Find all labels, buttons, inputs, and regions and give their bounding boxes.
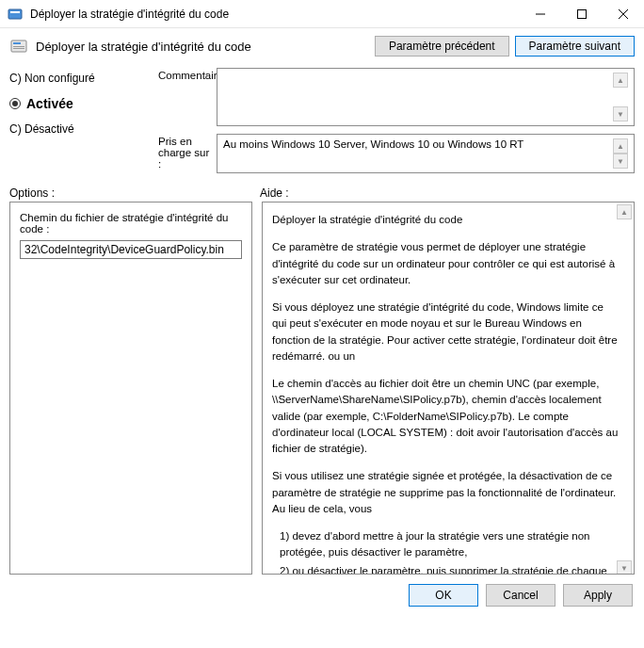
help-title: Déployer la stratégie d'intégrité du cod… — [272, 212, 619, 228]
next-setting-button[interactable]: Paramètre suivant — [515, 36, 635, 57]
scroll-up-icon[interactable]: ▲ — [613, 73, 628, 88]
svg-rect-9 — [13, 48, 24, 49]
help-p1: Ce paramètre de stratégie vous permet de… — [272, 239, 619, 288]
svg-rect-0 — [8, 9, 22, 19]
options-pane: Chemin du fichier de stratégie d'intégri… — [9, 202, 252, 575]
scroll-down-icon[interactable]: ▼ — [613, 106, 628, 122]
scroll-down-icon[interactable]: ▼ — [617, 560, 632, 575]
policy-icon — [9, 37, 28, 56]
help-text: Déployer la stratégie d'intégrité du cod… — [272, 212, 624, 564]
radio-disabled[interactable]: C) Désactivé — [9, 122, 141, 136]
minimize-button[interactable] — [520, 0, 561, 28]
radio-disabled-label: C) Désactivé — [9, 122, 74, 136]
supported-value: Au moins Windows 10 Server, Windows 10 o… — [223, 138, 613, 169]
header-title: Déployer la stratégie d'intégrité du cod… — [36, 40, 375, 54]
scroll-up-icon[interactable]: ▲ — [617, 204, 632, 219]
comment-value — [223, 73, 613, 122]
radio-not-configured[interactable]: C) Non configuré — [9, 72, 141, 85]
radio-icon — [9, 98, 21, 109]
help-p6: 2) ou désactiver le paramètre, puis supp… — [272, 563, 619, 575]
radio-enabled[interactable]: Activée — [9, 96, 141, 111]
filepath-input[interactable] — [20, 240, 242, 259]
svg-rect-7 — [13, 42, 21, 44]
comment-textbox[interactable]: ▲ ▼ — [217, 68, 635, 126]
svg-rect-1 — [10, 11, 20, 13]
help-p2: Si vous déployez une stratégie d'intégri… — [272, 300, 619, 364]
radio-enabled-label: Activée — [26, 96, 73, 111]
help-section-label: Aide : — [260, 186, 635, 200]
state-radiogroup: C) Non configuré Activée C) Désactivé — [0, 64, 141, 177]
cancel-button[interactable]: Cancel — [486, 584, 555, 607]
svg-rect-8 — [13, 46, 24, 47]
supported-label: Pris en charge sur : — [151, 134, 213, 170]
scroll-down-icon[interactable]: ▼ — [613, 154, 628, 169]
prev-setting-button[interactable]: Paramètre précédent — [375, 36, 509, 57]
comment-label: Commentaire: — [151, 68, 213, 81]
header: Déployer la stratégie d'intégrité du cod… — [0, 28, 644, 64]
help-p3: Le chemin d'accès au fichier doit être u… — [272, 376, 619, 457]
svg-rect-3 — [578, 9, 587, 18]
filepath-label: Chemin du fichier de stratégie d'intégri… — [20, 212, 242, 235]
app-icon — [8, 7, 23, 22]
window-title: Déployer la stratégie d'intégrité du cod… — [30, 8, 520, 21]
window-buttons — [520, 0, 644, 28]
scroll-up-icon[interactable]: ▲ — [613, 138, 628, 154]
help-p4: Si vous utilisez une stratégie signée et… — [272, 468, 619, 517]
footer: OK Cancel Apply — [0, 575, 644, 616]
help-p5: 1) devez d'abord mettre à jour la straté… — [272, 528, 619, 561]
apply-button[interactable]: Apply — [563, 584, 633, 607]
options-section-label: Options : — [9, 186, 260, 200]
help-pane: Déployer la stratégie d'intégrité du cod… — [262, 202, 635, 575]
close-button[interactable] — [603, 0, 644, 28]
radio-not-configured-label: C) Non configuré — [9, 72, 95, 85]
ok-button[interactable]: OK — [409, 584, 478, 607]
titlebar: Déployer la stratégie d'intégrité du cod… — [0, 0, 644, 28]
supported-textbox: Au moins Windows 10 Server, Windows 10 o… — [217, 134, 635, 173]
maximize-button[interactable] — [561, 0, 603, 28]
